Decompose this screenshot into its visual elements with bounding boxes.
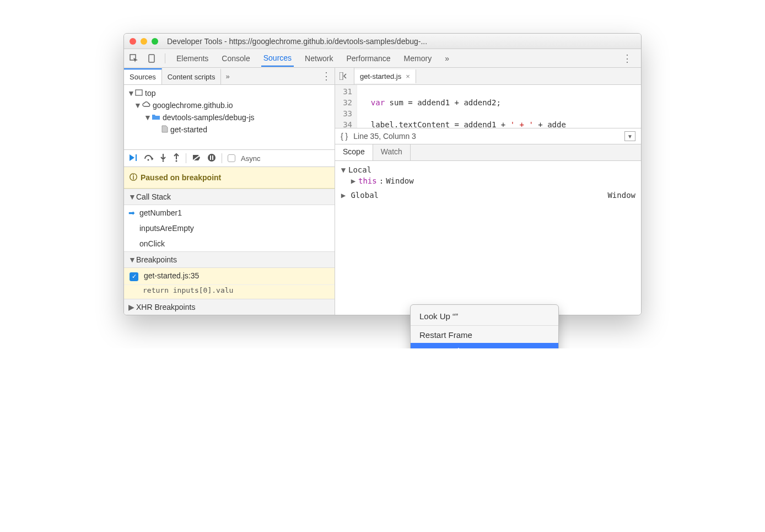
breakpoints-label: Breakpoints [136,255,177,264]
scope-this-label: this [358,176,377,185]
svg-rect-9 [210,155,211,160]
scope-local[interactable]: ▼Local [341,164,635,175]
tab-sources[interactable]: Sources [261,50,294,67]
pretty-print-icon[interactable]: { } [341,132,348,141]
window-minimize-icon[interactable] [141,38,147,45]
pause-exceptions-icon[interactable] [207,153,216,164]
tree-domain[interactable]: ▼ googlechrome.github.io [124,99,335,111]
editor-tab-open-file[interactable]: get-started.js × [354,69,416,83]
scope-this-value: Window [386,176,414,185]
step-over-icon[interactable] [144,153,154,164]
tree-folder-label: devtools-samples/debug-js [163,113,255,122]
svg-rect-10 [212,155,213,160]
scope-local-label: Local [348,165,371,174]
tab-scope[interactable]: Scope [335,144,373,160]
paused-banner: ⓘ Paused on breakpoint [124,167,335,189]
svg-rect-11 [340,72,343,80]
tree-file-label: get-started [170,125,207,134]
svg-point-4 [148,159,149,160]
step-out-icon[interactable] [173,153,180,164]
window-title: Developer Tools - https://googlechrome.g… [167,37,635,46]
svg-rect-1 [149,55,154,62]
editor-nav-icon[interactable] [335,68,354,84]
cloud-icon [142,101,150,110]
breakpoint-code: return inputs[0].valu [124,285,335,299]
deactivate-breakpoints-icon[interactable] [192,153,202,164]
debugger-toolbar: Async [124,150,335,167]
call-stack-frame-2[interactable]: onClick [124,236,335,251]
tree-file[interactable]: get-started [124,123,335,136]
breakpoint-file: get-started.js:35 [144,271,199,280]
call-stack-label: Call Stack [136,192,171,201]
ctx-lookup[interactable]: Look Up “” [411,308,558,324]
device-toggle-icon[interactable] [147,54,156,63]
cursor-position: Line 35, Column 3 [353,132,416,141]
breakpoints-header[interactable]: ▼Breakpoints [124,251,335,268]
file-icon [161,125,168,135]
ctx-restart-frame[interactable]: Restart Frame [411,327,558,343]
editor-tabs: get-started.js × [335,68,641,85]
tab-watch[interactable]: Watch [373,144,411,160]
tree-domain-label: googlechrome.github.io [153,101,233,110]
editor-status: { } Line 35, Column 3 ▼ [335,128,641,144]
tab-elements[interactable]: Elements [174,51,211,66]
main-toolbar: Elements Console Sources Network Perform… [124,49,641,68]
tree-root[interactable]: ▼ top [124,87,335,99]
window-maximize-icon[interactable] [152,38,158,45]
breakpoint-item[interactable]: ✓ get-started.js:35 [124,268,335,285]
devtools-window: Developer Tools - https://googlechrome.g… [123,33,642,315]
tab-network[interactable]: Network [303,51,335,66]
scope-global-label: Global [351,191,379,200]
scope-global[interactable]: ▶ Global Window [335,190,641,201]
editor-dropdown-icon[interactable]: ▼ [624,131,635,141]
tab-performance[interactable]: Performance [344,51,392,66]
call-stack-frame-0[interactable]: getNumber1 [124,205,335,221]
xhr-breakpoints-header[interactable]: ▶XHR Breakpoints [124,299,335,315]
sources-kebab-icon[interactable]: ⋮ [318,70,335,82]
resume-icon[interactable] [128,153,138,164]
sources-tabs-overflow[interactable]: » [221,69,234,84]
svg-point-5 [163,160,164,162]
titlebar: Developer Tools - https://googlechrome.g… [124,34,641,49]
info-icon: ⓘ [130,173,137,182]
call-stack-header[interactable]: ▼Call Stack [124,189,335,205]
tabs-overflow[interactable]: » [443,51,451,66]
sources-tab[interactable]: Sources [124,68,162,84]
step-into-icon[interactable] [159,153,167,164]
close-tab-icon[interactable]: × [406,72,410,80]
tab-console[interactable]: Console [219,51,252,66]
svg-point-6 [176,160,177,162]
svg-rect-3 [136,154,137,161]
context-menu: Look Up “” Restart Frame Copy Stack Trac… [410,304,559,348]
call-stack-frame-1[interactable]: inputsAreEmpty [124,221,335,236]
scope-global-value: Window [607,191,635,200]
breakpoint-checkbox[interactable]: ✓ [130,272,138,281]
line-gutter: 31 32 33 34 [335,85,357,128]
ctx-copy-stack-trace[interactable]: Copy Stack Trace [411,343,558,348]
code-editor[interactable]: 31 32 33 34 var sum = addend1 + addend2;… [335,85,641,128]
settings-kebab-icon[interactable]: ⋮ [619,52,635,65]
async-label: Async [241,154,260,163]
xhr-breakpoints-label: XHR Breakpoints [136,303,195,311]
async-checkbox[interactable] [228,154,235,162]
folder-icon [152,113,160,122]
tree-folder[interactable]: ▼ devtools-samples/debug-js [124,111,335,123]
code-lines: var sum = addend1 + addend2; label.textC… [357,85,570,128]
tree-root-label: top [145,89,155,98]
scope-this[interactable]: ▶this: Window [341,175,635,186]
frame-icon [135,89,143,98]
scope-tabs: Scope Watch [335,144,641,161]
tab-memory[interactable]: Memory [402,51,434,66]
window-close-icon[interactable] [130,38,136,45]
paused-message: Paused on breakpoint [141,173,221,182]
file-tree: ▼ top ▼ googlechrome.github.io ▼ devtool… [124,85,335,150]
content-scripts-tab[interactable]: Content scripts [162,68,222,84]
svg-point-8 [208,154,216,162]
inspect-element-icon[interactable] [130,54,138,63]
svg-rect-2 [136,90,142,95]
editor-tab-label: get-started.js [360,72,401,80]
